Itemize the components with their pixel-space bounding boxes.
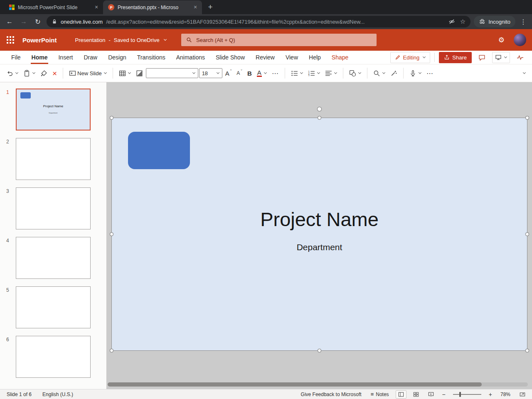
chevron-down-icon[interactable] <box>164 38 167 41</box>
url-bar[interactable]: onedrive.live.com /edit.aspx?action=edit… <box>47 16 470 27</box>
slide-number: 5 <box>0 286 16 328</box>
bookmark-star-icon[interactable]: ☆ <box>460 18 466 25</box>
language-selector[interactable]: English (U.S.) <box>40 392 76 397</box>
feedback-link[interactable]: Give Feedback to Microsoft <box>298 392 364 397</box>
resize-handle-e[interactable] <box>525 232 529 236</box>
table-button[interactable] <box>117 67 133 79</box>
new-tab-button[interactable]: + <box>204 1 216 13</box>
tab-insert[interactable]: Insert <box>53 51 78 64</box>
numbering-button[interactable]: 1 2 3 <box>306 67 322 79</box>
bold-button[interactable]: B <box>245 67 254 79</box>
activity-button[interactable] <box>514 52 526 63</box>
new-slide-button[interactable]: New Slide <box>67 67 109 79</box>
tab-help[interactable]: Help <box>303 51 326 64</box>
tab-view[interactable]: View <box>280 51 303 64</box>
present-button[interactable] <box>492 52 510 63</box>
tab-powerpoint-slide[interactable]: Microsoft PowerPoint Slide × <box>4 0 103 14</box>
slide-title-text[interactable]: Project Name <box>112 208 527 231</box>
resize-handle-se[interactable] <box>525 349 529 352</box>
slide-thumbnail-4[interactable] <box>16 237 91 279</box>
collapse-ribbon-button[interactable] <box>520 67 528 79</box>
resize-handle-w[interactable] <box>110 232 113 236</box>
notes-toggle[interactable]: ≡ Notes <box>368 391 392 397</box>
slide-thumbnail-3[interactable] <box>16 187 91 229</box>
search-input[interactable]: Search (Alt + Q) <box>181 34 377 46</box>
editing-canvas[interactable]: Project Name Department <box>107 82 532 389</box>
tab-transitions[interactable]: Transitions <box>132 51 171 64</box>
zoom-slider-thumb[interactable] <box>459 392 461 397</box>
editing-mode-button[interactable]: Editing <box>390 52 431 63</box>
font-name-select[interactable] <box>146 68 198 78</box>
user-avatar[interactable] <box>514 34 526 46</box>
reload-button[interactable]: ↻ <box>32 16 43 27</box>
slide-number: 3 <box>0 187 16 229</box>
horizontal-scrollbar[interactable] <box>108 382 528 387</box>
bullets-button[interactable] <box>289 67 305 79</box>
rotate-handle[interactable] <box>317 107 322 111</box>
paste-button[interactable] <box>21 67 37 79</box>
zoom-out-button[interactable]: − <box>441 391 447 398</box>
close-tab-icon[interactable]: × <box>192 4 199 11</box>
zoom-level[interactable]: 78% <box>498 392 513 397</box>
more-font-options-button[interactable]: ⋯ <box>270 67 281 79</box>
undo-icon <box>6 70 13 77</box>
layout-button[interactable] <box>134 67 145 79</box>
bullet-list-icon <box>291 70 298 77</box>
resize-handle-n[interactable] <box>318 116 321 120</box>
share-button[interactable]: Share <box>439 52 472 63</box>
browser-menu-icon[interactable]: ⋮ <box>519 18 528 26</box>
tab-review[interactable]: Review <box>250 51 280 64</box>
app-name[interactable]: PowerPoint <box>22 37 57 44</box>
forward-button[interactable]: → <box>18 16 29 27</box>
resize-handle-sw[interactable] <box>110 349 113 352</box>
slide-thumbnail-2[interactable] <box>16 138 91 180</box>
format-painter-button[interactable] <box>38 67 49 79</box>
app-launcher-icon[interactable] <box>7 36 14 44</box>
slide-thumbnail-6[interactable] <box>16 336 91 378</box>
save-status[interactable]: Saved to OneDrive <box>114 37 160 43</box>
settings-gear-icon[interactable]: ⚙ <box>498 36 505 44</box>
shape-styles-button[interactable] <box>347 67 363 79</box>
zoom-slider[interactable] <box>453 394 481 395</box>
font-color-button[interactable]: A <box>255 67 269 79</box>
tab-file[interactable]: File <box>6 51 26 64</box>
slide-editor[interactable]: Project Name Department <box>112 118 527 350</box>
slide-sorter-view-button[interactable] <box>411 390 421 399</box>
shrink-font-button[interactable]: A ˇ <box>234 67 244 79</box>
tab-presentation-active[interactable]: P Presentation.pptx - Microso × <box>103 0 202 14</box>
slide-thumbnail-1[interactable]: Project Name Department <box>16 89 91 131</box>
rounded-rectangle-shape[interactable] <box>128 132 190 169</box>
resize-handle-s[interactable] <box>318 349 321 352</box>
eye-off-icon[interactable] <box>448 18 455 25</box>
tab-design[interactable]: Design <box>103 51 132 64</box>
slideshow-view-button[interactable] <box>426 390 436 399</box>
font-size-select[interactable]: 18 <box>199 68 222 78</box>
chevron-down-icon <box>423 55 426 58</box>
slide-subtitle-text[interactable]: Department <box>112 241 527 253</box>
designer-button[interactable] <box>388 67 399 79</box>
slide-thumbnail-5[interactable] <box>16 286 91 328</box>
undo-button[interactable] <box>4 67 20 79</box>
close-tab-icon[interactable]: × <box>93 4 100 11</box>
scrollbar-thumb[interactable] <box>108 382 482 387</box>
document-name[interactable]: Presentation <box>75 37 106 43</box>
tab-slide-show[interactable]: Slide Show <box>210 51 250 64</box>
more-commands-button[interactable]: ⋯ <box>424 67 436 79</box>
back-button[interactable]: ← <box>4 16 15 27</box>
delete-button[interactable]: × <box>50 67 59 79</box>
resize-handle-nw[interactable] <box>110 116 113 120</box>
tab-draw[interactable]: Draw <box>78 51 103 64</box>
comments-button[interactable] <box>476 52 488 63</box>
tab-shape[interactable]: Shape <box>326 51 354 64</box>
normal-view-button[interactable] <box>396 390 406 399</box>
grow-font-button[interactable]: A ˆ <box>223 67 234 79</box>
slide-counter[interactable]: Slide 1 of 6 <box>4 392 34 397</box>
dictate-button[interactable] <box>407 67 424 79</box>
zoom-in-button[interactable]: + <box>487 391 494 398</box>
fit-to-window-button[interactable] <box>517 390 528 399</box>
align-button[interactable] <box>323 67 339 79</box>
find-button[interactable] <box>371 67 387 79</box>
tab-home[interactable]: Home <box>26 51 53 64</box>
tab-animations[interactable]: Animations <box>171 51 210 64</box>
resize-handle-ne[interactable] <box>525 116 529 120</box>
